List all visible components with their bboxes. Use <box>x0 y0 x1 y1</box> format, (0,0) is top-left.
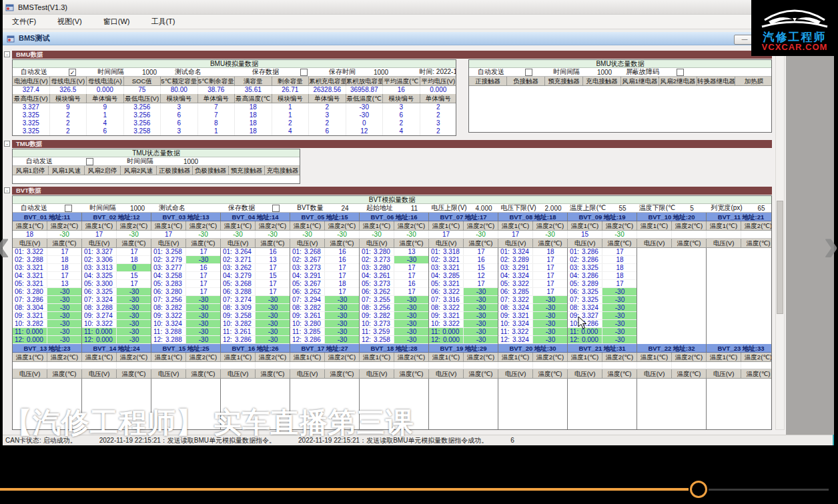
bvt-column-header[interactable]: BVT_20 地址:30 <box>498 344 567 353</box>
temp-cell: -30 <box>47 304 81 311</box>
bvt-column-header[interactable]: BVT_21 地址:31 <box>568 344 637 353</box>
value-cell: 2 <box>50 111 87 119</box>
chevron-right-icon[interactable]: › <box>823 221 838 268</box>
column-header: 最高电压(V) <box>13 94 50 103</box>
voltage-cell: 11:3.261 <box>221 328 256 335</box>
voltage-value: 3.283 <box>165 280 182 287</box>
value-cell: 3.256 <box>124 103 161 111</box>
voltage-value: 3.279 <box>235 272 252 279</box>
column-header: 电压(V) <box>13 369 47 379</box>
column-header: 温度1(℃) <box>707 353 741 362</box>
control-value[interactable]: 1000 <box>124 205 151 212</box>
bvt-column-header[interactable]: BVT_18 地址:28 <box>360 344 428 353</box>
table-row: 01:3.32418 <box>498 248 567 256</box>
checkbox[interactable] <box>300 69 308 76</box>
voltage-cell: 04:3.261 <box>360 272 394 279</box>
menu-window[interactable]: 窗口(W) <box>101 15 133 28</box>
control-value[interactable]: 1000 <box>588 69 620 76</box>
value-cell: 36958.87 <box>346 86 384 94</box>
voltage-value: 3.289 <box>512 256 529 263</box>
table-row: 11:0.000-30 <box>13 328 81 336</box>
checkbox[interactable] <box>65 205 72 212</box>
table-row: 04:3.28512 <box>429 272 498 280</box>
bvt-vt-header-row: 电压(V)温度(℃) <box>13 369 81 379</box>
control-value[interactable]: 11 <box>401 205 428 212</box>
progress-handle[interactable] <box>690 481 707 498</box>
cell-index: 06: <box>223 288 232 295</box>
control-value[interactable]: 1000 <box>167 158 215 165</box>
voltage-cell: 12:0.000 <box>429 336 464 343</box>
bvt-column-header[interactable]: BVT_01 地址:11 <box>13 213 81 221</box>
bvt-column-header[interactable]: BVT_15 地址:25 <box>151 344 220 353</box>
bvt-column-header[interactable]: BVT_22 地址:32 <box>637 344 706 353</box>
bvt-column-header[interactable]: BVT_23 地址:33 <box>707 344 771 353</box>
column-header: 温度(℃) <box>47 239 82 248</box>
bvt-column-header[interactable]: BVT_09 地址:19 <box>568 213 637 221</box>
control-value[interactable]: 55 <box>609 205 636 212</box>
bvt-column-header[interactable]: BVT_13 地址:23 <box>13 344 81 353</box>
bvt-column-header[interactable]: BVT_02 地址:12 <box>82 213 151 221</box>
control-value[interactable]: 5 <box>679 205 705 212</box>
control-value[interactable]: 24 <box>332 205 358 212</box>
voltage-value: 3.258 <box>165 272 182 279</box>
collapse-icon[interactable]: - <box>4 141 10 147</box>
column-header: 温度1(℃) <box>637 353 672 362</box>
menu-tools[interactable]: 工具(T) <box>148 15 177 28</box>
bvt-column-header[interactable]: BVT_19 地址:29 <box>429 344 498 353</box>
control-value[interactable]: 4.000 <box>470 205 497 212</box>
bvt-panel-header[interactable]: BVT数据 <box>12 187 772 195</box>
collapse-icon[interactable]: - <box>4 51 10 57</box>
tmu-panel-header[interactable]: TMU数据 <box>12 140 772 148</box>
checkbox[interactable] <box>525 69 532 76</box>
bvt-column-header[interactable]: BVT_07 地址:17 <box>429 213 498 221</box>
bvt-vt-header-row: 电压(V)温度(℃) <box>568 239 637 248</box>
control-value[interactable]: 1000 <box>364 69 398 76</box>
vertical-scrollbar[interactable] <box>775 51 785 430</box>
voltage-cell: 08:3.324 <box>498 304 533 311</box>
bvt-column-header[interactable]: BVT_10 地址:20 <box>637 213 706 221</box>
value-cell: 2 <box>272 119 310 127</box>
bvt-vt-header-row: 电压(V)温度(℃) <box>82 369 151 379</box>
checkbox[interactable] <box>677 69 684 76</box>
bvt-temp-summary-row <box>290 362 359 369</box>
bvt-column-header[interactable]: BVT_05 地址:15 <box>290 213 359 221</box>
bvt-column-header[interactable]: BVT_11 地址:21 <box>707 213 771 221</box>
app-icon <box>5 3 14 11</box>
checkbox[interactable] <box>86 158 93 165</box>
column-header: 加热膜 <box>735 77 772 86</box>
bvt-column-header[interactable]: BVT_04 地址:14 <box>221 213 290 221</box>
control-value[interactable]: 2.000 <box>540 205 566 212</box>
checkbox-checked[interactable]: ✓ <box>69 69 76 76</box>
bvt-column-header[interactable]: BVT_14 地址:24 <box>82 344 151 353</box>
progress-bar-remaining[interactable] <box>709 489 829 491</box>
collapse-icon[interactable]: - <box>4 187 10 193</box>
mdi-child-title-bar: BMS测试 <box>1 32 833 45</box>
bvt-column-header[interactable]: BVT_16 地址:26 <box>221 344 290 353</box>
menu-view[interactable]: 视图(V) <box>55 15 85 28</box>
column-header: 温度(℃) <box>256 369 290 379</box>
bvt-column-header[interactable]: BVT_06 地址:16 <box>360 213 428 221</box>
menu-file[interactable]: 文件(F) <box>9 15 39 28</box>
control-value[interactable]: 1000 <box>132 69 167 76</box>
voltage-cell: 04:3.258 <box>151 272 186 279</box>
chevron-left-icon[interactable]: ‹ <box>0 221 10 268</box>
progress-bar-filled[interactable] <box>0 488 689 491</box>
bvt-column-header[interactable]: BVT_08 地址:18 <box>498 213 567 221</box>
voltage-cell: 08:3.324 <box>568 304 602 311</box>
voltage-cell: 09:3.321 <box>429 312 464 319</box>
column-header: 温度(℃) <box>256 239 290 248</box>
bvt-column-header[interactable]: BVT_03 地址:13 <box>151 213 220 221</box>
voltage-value: 3.259 <box>373 328 390 335</box>
bmu-panel-header[interactable]: BMU数据 <box>12 51 772 59</box>
temp-cell: -30 <box>533 336 567 343</box>
voltage-cell: 08:3.256 <box>360 304 394 311</box>
bvt-vt-header-row: 电压(V)温度(℃) <box>13 239 81 248</box>
checkbox[interactable] <box>272 205 280 212</box>
voltage-cell: 05:3.321 <box>429 280 464 287</box>
cell-index: 05: <box>223 280 232 287</box>
column-header: 温度(℃) <box>394 239 429 248</box>
bvt-column-header[interactable]: BVT_17 地址:27 <box>290 344 359 353</box>
control-value[interactable]: 65 <box>748 205 772 212</box>
tmu-status-controls: 自动发送时间间隔1000 <box>13 157 300 166</box>
scrollbar-thumb[interactable] <box>777 201 783 314</box>
